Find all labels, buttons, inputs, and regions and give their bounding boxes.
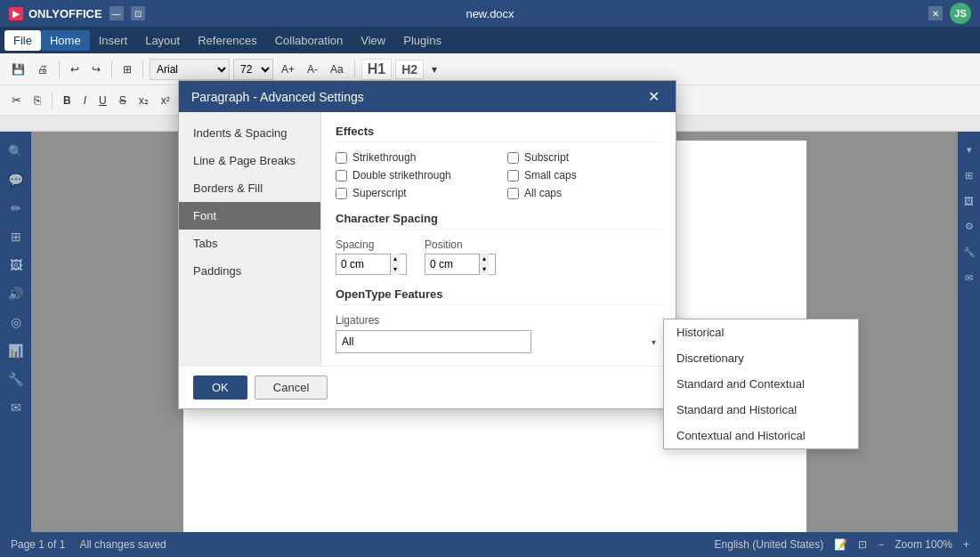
comment-icon[interactable]: 💬 bbox=[4, 169, 27, 190]
mail-right-icon[interactable]: ✉ bbox=[961, 269, 976, 287]
position-input[interactable] bbox=[425, 258, 479, 270]
save-status: All changes saved bbox=[79, 538, 166, 551]
copy-button[interactable]: ⎘ bbox=[29, 91, 45, 109]
increase-font-button[interactable]: A+ bbox=[277, 61, 299, 78]
nav-tabs[interactable]: Tabs bbox=[179, 230, 320, 257]
cut-button[interactable]: ✂ bbox=[7, 91, 26, 109]
menu-view[interactable]: View bbox=[352, 30, 394, 51]
spacing-up-button[interactable]: ▴ bbox=[391, 254, 400, 264]
position-field: Position ▴ ▾ bbox=[425, 238, 496, 275]
dialog-close-button[interactable]: ✕ bbox=[644, 88, 663, 105]
strikethrough-button[interactable]: S bbox=[115, 92, 131, 109]
language-info[interactable]: English (United States) bbox=[715, 538, 824, 551]
menu-references[interactable]: References bbox=[189, 30, 265, 51]
spacing-input[interactable] bbox=[336, 258, 390, 270]
char-spacing-row: Spacing ▴ ▾ Position bbox=[336, 238, 661, 275]
target-icon[interactable]: ◎ bbox=[7, 311, 25, 333]
print-button[interactable]: 🖨 bbox=[33, 61, 53, 78]
italic-button[interactable]: I bbox=[79, 92, 91, 109]
subscript-checkbox[interactable] bbox=[507, 152, 519, 164]
dialog-body: Indents & Spacing Line & Page Breaks Bor… bbox=[179, 112, 676, 366]
chart-icon[interactable]: 📊 bbox=[4, 340, 27, 361]
double-strikethrough-checkbox[interactable] bbox=[336, 170, 347, 182]
track-changes-icon[interactable]: ⊡ bbox=[858, 538, 867, 551]
superscript-button[interactable]: x² bbox=[157, 92, 174, 109]
subscript-button[interactable]: x₂ bbox=[134, 92, 153, 109]
menu-layout[interactable]: Layout bbox=[136, 30, 189, 51]
speaker-icon[interactable]: 🔊 bbox=[4, 283, 27, 304]
dropdown-standard-historical[interactable]: Standard and Historical bbox=[664, 397, 858, 423]
position-up-button[interactable]: ▴ bbox=[480, 254, 489, 264]
minimize-button[interactable]: — bbox=[109, 6, 124, 20]
strikethrough-checkbox[interactable] bbox=[336, 152, 347, 164]
status-right: English (United States) 📝 ⊡ − Zoom 100% … bbox=[715, 538, 969, 551]
page-info: Page 1 of 1 bbox=[11, 538, 65, 551]
menu-collaboration[interactable]: Collaboration bbox=[266, 30, 352, 51]
save-button[interactable]: 💾 bbox=[7, 61, 29, 78]
user-avatar[interactable]: JS bbox=[950, 3, 971, 24]
image-right-icon[interactable]: 🖼 bbox=[960, 192, 977, 210]
status-bar: Page 1 of 1 All changes saved English (U… bbox=[0, 532, 980, 557]
settings-icon[interactable]: ⚙ bbox=[961, 217, 977, 236]
zoom-out-button[interactable]: − bbox=[878, 538, 884, 551]
change-case-button[interactable]: Aa bbox=[326, 61, 348, 78]
all-caps-checkbox[interactable] bbox=[507, 188, 519, 199]
image-icon[interactable]: 🖼 bbox=[6, 254, 26, 276]
styles-more-button[interactable]: ▾ bbox=[427, 61, 441, 78]
strikethrough-label: Strikethrough bbox=[352, 151, 416, 164]
nav-borders[interactable]: Borders & Fill bbox=[179, 174, 320, 202]
copy-style-button[interactable]: ⊞ bbox=[118, 61, 136, 78]
ok-button[interactable]: OK bbox=[193, 375, 247, 400]
expand-icon[interactable]: ▾ bbox=[963, 141, 976, 159]
nav-indents[interactable]: Indents & Spacing bbox=[179, 119, 320, 147]
font-select[interactable]: Arial bbox=[150, 59, 230, 80]
underline-button[interactable]: U bbox=[94, 92, 111, 109]
menu-plugins[interactable]: Plugins bbox=[394, 30, 450, 51]
all-caps-label: All caps bbox=[524, 187, 562, 199]
spacing-down-button[interactable]: ▾ bbox=[391, 264, 400, 275]
decrease-font-button[interactable]: A- bbox=[303, 61, 322, 78]
position-label: Position bbox=[425, 238, 496, 251]
nav-paddings[interactable]: Paddings bbox=[179, 257, 320, 285]
window-controls: ✕ bbox=[928, 6, 943, 20]
font-size-select[interactable]: 72 bbox=[233, 59, 273, 80]
grid-icon[interactable]: ⊞ bbox=[961, 166, 976, 185]
effect-all-caps: All caps bbox=[507, 187, 661, 199]
small-caps-checkbox[interactable] bbox=[507, 170, 519, 182]
plugin-icon[interactable]: 🔧 bbox=[4, 368, 27, 390]
dropdown-discretionary[interactable]: Discretionary bbox=[664, 345, 858, 371]
nav-icon[interactable]: 🔍 bbox=[4, 141, 27, 162]
mail-icon[interactable]: ✉ bbox=[7, 397, 25, 418]
bold-button[interactable]: B bbox=[59, 92, 76, 109]
position-down-button[interactable]: ▾ bbox=[480, 264, 489, 275]
zoom-in-button[interactable]: + bbox=[963, 538, 969, 551]
table-icon[interactable]: ⊞ bbox=[7, 226, 25, 247]
restore-button[interactable]: ⊡ bbox=[131, 6, 145, 20]
nav-font[interactable]: Font bbox=[179, 202, 320, 230]
position-input-wrap: ▴ ▾ bbox=[425, 254, 496, 275]
effect-subscript: Subscript bbox=[507, 151, 661, 164]
close-button[interactable]: ✕ bbox=[928, 6, 943, 20]
spell-check-icon[interactable]: 📝 bbox=[834, 538, 847, 551]
paragraph-dialog: Paragraph - Advanced Settings ✕ Indents … bbox=[178, 80, 676, 409]
effects-grid: Strikethrough Subscript Double strikethr… bbox=[336, 151, 661, 199]
subscript-label: Subscript bbox=[524, 151, 569, 164]
menu-file[interactable]: File bbox=[4, 30, 41, 51]
cancel-button[interactable]: Cancel bbox=[255, 375, 328, 400]
dropdown-historical[interactable]: Historical bbox=[664, 319, 858, 345]
dropdown-contextual-historical[interactable]: Contextual and Historical bbox=[664, 423, 858, 448]
superscript-checkbox[interactable] bbox=[336, 188, 347, 199]
menu-insert[interactable]: Insert bbox=[90, 30, 137, 51]
dialog-title: Paragraph - Advanced Settings bbox=[191, 90, 364, 104]
ligatures-select[interactable]: All Historical Discretionary Standard an… bbox=[336, 330, 531, 353]
effect-strikethrough: Strikethrough bbox=[336, 151, 490, 164]
nav-linebreaks[interactable]: Line & Page Breaks bbox=[179, 147, 320, 174]
undo-button[interactable]: ↩ bbox=[66, 61, 84, 78]
menu-home[interactable]: Home bbox=[41, 30, 90, 51]
redo-button[interactable]: ↪ bbox=[87, 61, 105, 78]
plugin-right-icon[interactable]: 🔧 bbox=[960, 243, 979, 262]
dropdown-standard-contextual[interactable]: Standard and Contextual bbox=[664, 371, 858, 397]
draw-icon[interactable]: ✏ bbox=[7, 198, 25, 219]
ligatures-label: Ligatures bbox=[336, 314, 661, 327]
heading1-preview: H1 bbox=[361, 59, 392, 80]
